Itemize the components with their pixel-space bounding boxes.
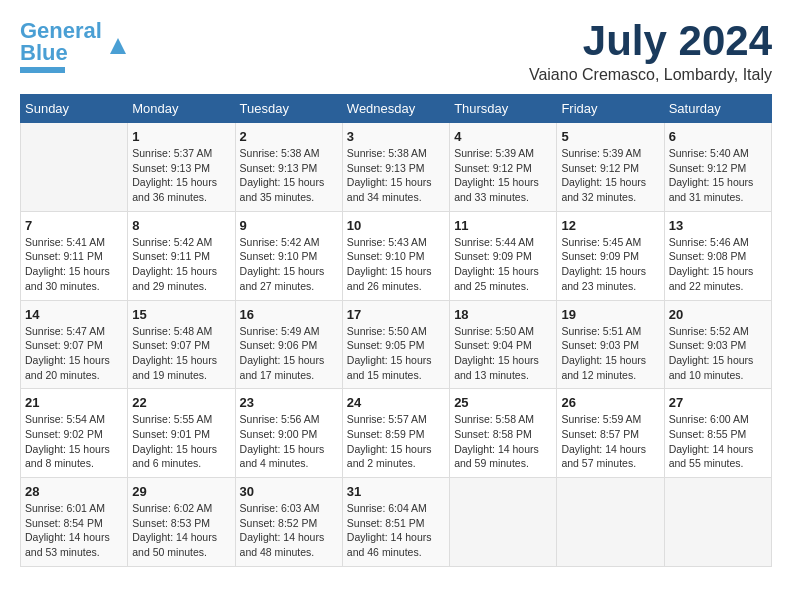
day-info: Sunrise: 5:47 AM Sunset: 9:07 PM Dayligh… xyxy=(25,324,123,383)
column-header-monday: Monday xyxy=(128,95,235,123)
location-subtitle: Vaiano Cremasco, Lombardy, Italy xyxy=(529,66,772,84)
calendar-cell: 16Sunrise: 5:49 AM Sunset: 9:06 PM Dayli… xyxy=(235,300,342,389)
day-number: 28 xyxy=(25,484,123,499)
calendar-cell: 4Sunrise: 5:39 AM Sunset: 9:12 PM Daylig… xyxy=(450,123,557,212)
day-number: 19 xyxy=(561,307,659,322)
calendar-cell: 26Sunrise: 5:59 AM Sunset: 8:57 PM Dayli… xyxy=(557,389,664,478)
calendar-cell: 24Sunrise: 5:57 AM Sunset: 8:59 PM Dayli… xyxy=(342,389,449,478)
day-info: Sunrise: 6:00 AM Sunset: 8:55 PM Dayligh… xyxy=(669,412,767,471)
calendar-cell: 9Sunrise: 5:42 AM Sunset: 9:10 PM Daylig… xyxy=(235,211,342,300)
day-number: 24 xyxy=(347,395,445,410)
day-number: 13 xyxy=(669,218,767,233)
calendar-week-1: 1Sunrise: 5:37 AM Sunset: 9:13 PM Daylig… xyxy=(21,123,772,212)
day-info: Sunrise: 5:42 AM Sunset: 9:10 PM Dayligh… xyxy=(240,235,338,294)
calendar-cell: 20Sunrise: 5:52 AM Sunset: 9:03 PM Dayli… xyxy=(664,300,771,389)
calendar-cell: 8Sunrise: 5:42 AM Sunset: 9:11 PM Daylig… xyxy=(128,211,235,300)
day-number: 17 xyxy=(347,307,445,322)
day-info: Sunrise: 5:45 AM Sunset: 9:09 PM Dayligh… xyxy=(561,235,659,294)
day-info: Sunrise: 5:57 AM Sunset: 8:59 PM Dayligh… xyxy=(347,412,445,471)
calendar-cell xyxy=(450,478,557,567)
day-info: Sunrise: 6:04 AM Sunset: 8:51 PM Dayligh… xyxy=(347,501,445,560)
day-number: 2 xyxy=(240,129,338,144)
calendar-cell: 10Sunrise: 5:43 AM Sunset: 9:10 PM Dayli… xyxy=(342,211,449,300)
calendar-cell: 6Sunrise: 5:40 AM Sunset: 9:12 PM Daylig… xyxy=(664,123,771,212)
calendar-cell: 30Sunrise: 6:03 AM Sunset: 8:52 PM Dayli… xyxy=(235,478,342,567)
calendar-cell: 25Sunrise: 5:58 AM Sunset: 8:58 PM Dayli… xyxy=(450,389,557,478)
day-number: 12 xyxy=(561,218,659,233)
day-info: Sunrise: 5:44 AM Sunset: 9:09 PM Dayligh… xyxy=(454,235,552,294)
day-info: Sunrise: 6:03 AM Sunset: 8:52 PM Dayligh… xyxy=(240,501,338,560)
calendar-cell: 1Sunrise: 5:37 AM Sunset: 9:13 PM Daylig… xyxy=(128,123,235,212)
day-info: Sunrise: 5:50 AM Sunset: 9:05 PM Dayligh… xyxy=(347,324,445,383)
column-header-thursday: Thursday xyxy=(450,95,557,123)
day-number: 5 xyxy=(561,129,659,144)
calendar-cell: 18Sunrise: 5:50 AM Sunset: 9:04 PM Dayli… xyxy=(450,300,557,389)
day-info: Sunrise: 5:40 AM Sunset: 9:12 PM Dayligh… xyxy=(669,146,767,205)
calendar-week-3: 14Sunrise: 5:47 AM Sunset: 9:07 PM Dayli… xyxy=(21,300,772,389)
calendar-cell: 31Sunrise: 6:04 AM Sunset: 8:51 PM Dayli… xyxy=(342,478,449,567)
calendar-cell xyxy=(557,478,664,567)
calendar-cell xyxy=(664,478,771,567)
day-info: Sunrise: 5:41 AM Sunset: 9:11 PM Dayligh… xyxy=(25,235,123,294)
calendar-cell: 28Sunrise: 6:01 AM Sunset: 8:54 PM Dayli… xyxy=(21,478,128,567)
calendar-cell: 23Sunrise: 5:56 AM Sunset: 9:00 PM Dayli… xyxy=(235,389,342,478)
day-number: 11 xyxy=(454,218,552,233)
calendar-cell: 2Sunrise: 5:38 AM Sunset: 9:13 PM Daylig… xyxy=(235,123,342,212)
day-number: 20 xyxy=(669,307,767,322)
day-number: 23 xyxy=(240,395,338,410)
day-number: 4 xyxy=(454,129,552,144)
calendar-cell xyxy=(21,123,128,212)
day-info: Sunrise: 5:50 AM Sunset: 9:04 PM Dayligh… xyxy=(454,324,552,383)
day-info: Sunrise: 5:59 AM Sunset: 8:57 PM Dayligh… xyxy=(561,412,659,471)
day-number: 3 xyxy=(347,129,445,144)
day-info: Sunrise: 5:52 AM Sunset: 9:03 PM Dayligh… xyxy=(669,324,767,383)
month-year-title: July 2024 xyxy=(529,20,772,62)
logo-text: GeneralBlue xyxy=(20,20,102,64)
calendar-cell: 19Sunrise: 5:51 AM Sunset: 9:03 PM Dayli… xyxy=(557,300,664,389)
calendar-table: SundayMondayTuesdayWednesdayThursdayFrid… xyxy=(20,94,772,567)
day-number: 22 xyxy=(132,395,230,410)
day-number: 18 xyxy=(454,307,552,322)
calendar-cell: 27Sunrise: 6:00 AM Sunset: 8:55 PM Dayli… xyxy=(664,389,771,478)
calendar-cell: 11Sunrise: 5:44 AM Sunset: 9:09 PM Dayli… xyxy=(450,211,557,300)
day-number: 14 xyxy=(25,307,123,322)
logo: GeneralBlue xyxy=(20,20,130,73)
day-number: 7 xyxy=(25,218,123,233)
day-info: Sunrise: 5:46 AM Sunset: 9:08 PM Dayligh… xyxy=(669,235,767,294)
calendar-cell: 3Sunrise: 5:38 AM Sunset: 9:13 PM Daylig… xyxy=(342,123,449,212)
day-info: Sunrise: 5:54 AM Sunset: 9:02 PM Dayligh… xyxy=(25,412,123,471)
day-info: Sunrise: 5:55 AM Sunset: 9:01 PM Dayligh… xyxy=(132,412,230,471)
calendar-cell: 14Sunrise: 5:47 AM Sunset: 9:07 PM Dayli… xyxy=(21,300,128,389)
column-header-wednesday: Wednesday xyxy=(342,95,449,123)
calendar-cell: 12Sunrise: 5:45 AM Sunset: 9:09 PM Dayli… xyxy=(557,211,664,300)
calendar-cell: 21Sunrise: 5:54 AM Sunset: 9:02 PM Dayli… xyxy=(21,389,128,478)
day-number: 1 xyxy=(132,129,230,144)
calendar-cell: 5Sunrise: 5:39 AM Sunset: 9:12 PM Daylig… xyxy=(557,123,664,212)
calendar-cell: 17Sunrise: 5:50 AM Sunset: 9:05 PM Dayli… xyxy=(342,300,449,389)
day-info: Sunrise: 5:39 AM Sunset: 9:12 PM Dayligh… xyxy=(454,146,552,205)
column-header-sunday: Sunday xyxy=(21,95,128,123)
day-number: 15 xyxy=(132,307,230,322)
day-number: 26 xyxy=(561,395,659,410)
calendar-cell: 15Sunrise: 5:48 AM Sunset: 9:07 PM Dayli… xyxy=(128,300,235,389)
calendar-week-5: 28Sunrise: 6:01 AM Sunset: 8:54 PM Dayli… xyxy=(21,478,772,567)
day-info: Sunrise: 5:38 AM Sunset: 9:13 PM Dayligh… xyxy=(240,146,338,205)
calendar-cell: 29Sunrise: 6:02 AM Sunset: 8:53 PM Dayli… xyxy=(128,478,235,567)
day-info: Sunrise: 5:58 AM Sunset: 8:58 PM Dayligh… xyxy=(454,412,552,471)
day-number: 10 xyxy=(347,218,445,233)
title-area: July 2024 Vaiano Cremasco, Lombardy, Ita… xyxy=(529,20,772,84)
calendar-cell: 22Sunrise: 5:55 AM Sunset: 9:01 PM Dayli… xyxy=(128,389,235,478)
calendar-week-4: 21Sunrise: 5:54 AM Sunset: 9:02 PM Dayli… xyxy=(21,389,772,478)
svg-marker-0 xyxy=(110,38,126,54)
day-number: 8 xyxy=(132,218,230,233)
day-info: Sunrise: 5:39 AM Sunset: 9:12 PM Dayligh… xyxy=(561,146,659,205)
day-number: 6 xyxy=(669,129,767,144)
page-header: GeneralBlue July 2024 Vaiano Cremasco, L… xyxy=(20,20,772,84)
calendar-week-2: 7Sunrise: 5:41 AM Sunset: 9:11 PM Daylig… xyxy=(21,211,772,300)
column-header-tuesday: Tuesday xyxy=(235,95,342,123)
calendar-cell: 13Sunrise: 5:46 AM Sunset: 9:08 PM Dayli… xyxy=(664,211,771,300)
day-info: Sunrise: 6:01 AM Sunset: 8:54 PM Dayligh… xyxy=(25,501,123,560)
day-info: Sunrise: 5:43 AM Sunset: 9:10 PM Dayligh… xyxy=(347,235,445,294)
logo-icon xyxy=(106,34,130,58)
day-info: Sunrise: 5:42 AM Sunset: 9:11 PM Dayligh… xyxy=(132,235,230,294)
